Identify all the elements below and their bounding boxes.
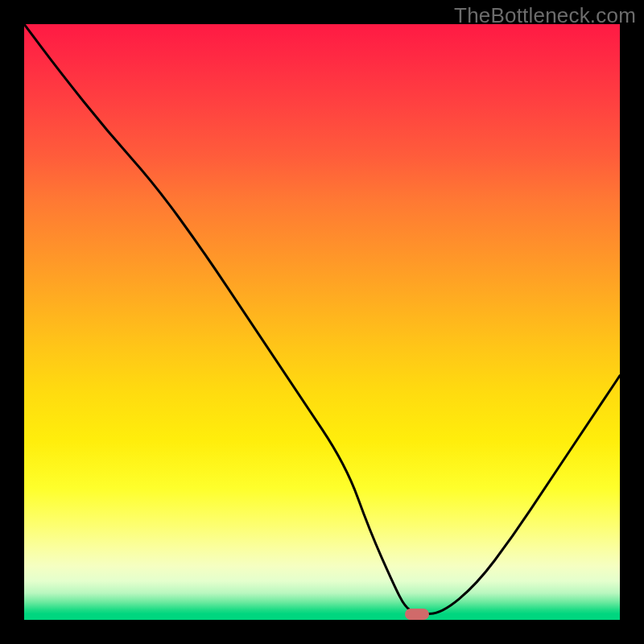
chart-area <box>24 24 620 620</box>
optimal-marker <box>405 609 429 620</box>
bottleneck-curve <box>24 24 620 620</box>
